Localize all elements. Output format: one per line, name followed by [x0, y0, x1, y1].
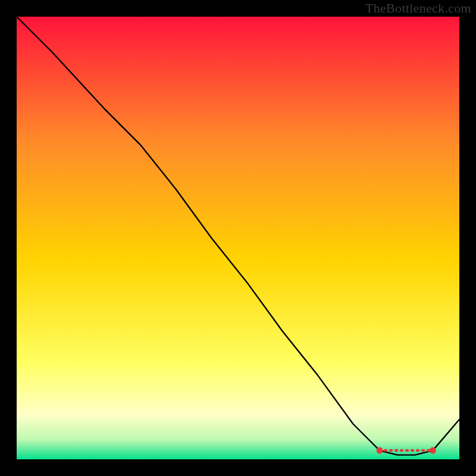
bottleneck-chart	[0, 0, 476, 476]
plot-background	[17, 17, 459, 459]
chart-stage: TheBottleneck.com	[0, 0, 476, 476]
